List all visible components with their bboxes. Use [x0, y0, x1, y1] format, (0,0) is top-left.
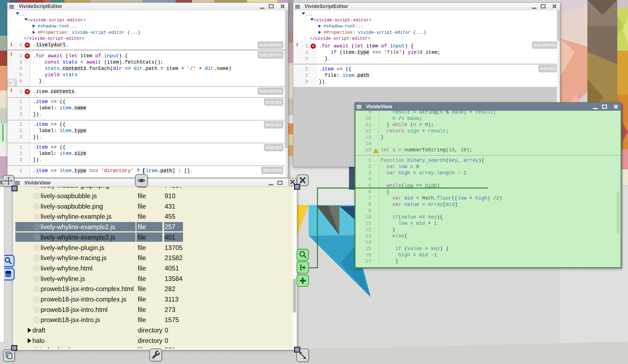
svg-text:!: !: [375, 149, 376, 153]
